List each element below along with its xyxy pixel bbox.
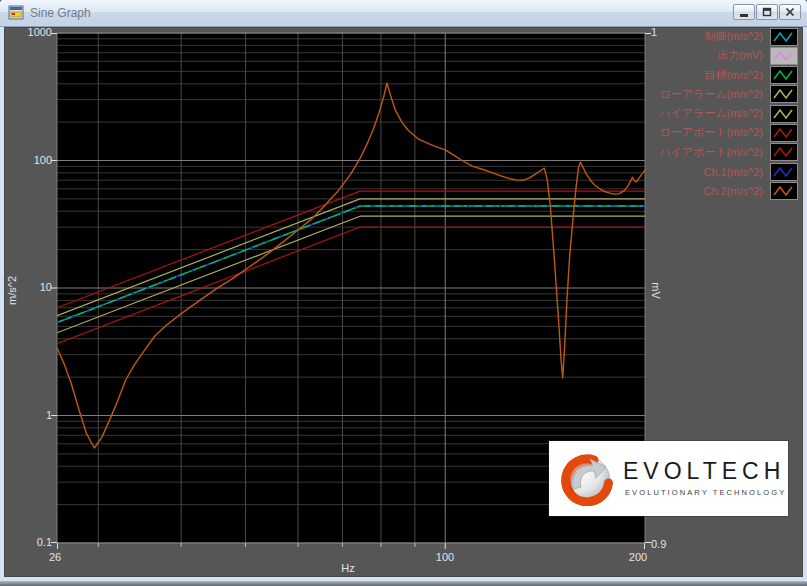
- evoltech-logo-subtitle: EVOLUTIONARY TECHNOLOGY: [625, 488, 786, 497]
- x-axis-label: Hz: [318, 562, 378, 575]
- window-bottom-border: [0, 581, 807, 586]
- plot-legend: 制御(m/s^2) 出力(mV) 目標(m/s^2) ローアラーム(m/s^2)…: [658, 28, 798, 202]
- legend-item-ch1[interactable]: Ch.1(m/s^2): [658, 163, 798, 180]
- window: Sine Graph 1000 100 10 1 0.1 m/s^2 26 10…: [0, 0, 807, 586]
- y-axis-label-left: m/s^2: [6, 261, 19, 321]
- legend-label: 目標(m/s^2): [705, 68, 763, 83]
- legend-label: 制御(m/s^2): [705, 29, 763, 44]
- y-tick-1000: 1000: [12, 26, 52, 39]
- legend-label: 出力(mV): [717, 48, 763, 63]
- x-tick-26: 26: [43, 551, 67, 564]
- y2-tick-09: 0.9: [651, 538, 681, 551]
- legend-item-high-abort[interactable]: ハイアボート(m/s^2): [658, 144, 798, 161]
- y-tick-100: 100: [12, 154, 52, 167]
- x-tick-100: 100: [425, 551, 465, 564]
- y-axis-label-right: mV: [649, 261, 662, 321]
- legend-item-control[interactable]: 制御(m/s^2): [658, 28, 798, 45]
- legend-line-sample: [770, 47, 798, 65]
- evoltech-logo: EVOLTECH EVOLUTIONARY TECHNOLOGY: [549, 441, 788, 516]
- legend-item-low-alarm[interactable]: ローアラーム(m/s^2): [658, 86, 798, 103]
- legend-item-high-alarm[interactable]: ハイアラーム(m/s^2): [658, 105, 798, 122]
- legend-label: ハイアラーム(m/s^2): [659, 106, 763, 121]
- x-tick-200: 200: [618, 551, 658, 564]
- legend-line-sample: [770, 105, 798, 123]
- legend-line-sample: [770, 163, 798, 181]
- legend-item-target[interactable]: 目標(m/s^2): [658, 67, 798, 84]
- y-tick-01: 0.1: [12, 536, 52, 549]
- legend-item-low-abort[interactable]: ローアボート(m/s^2): [658, 124, 798, 141]
- legend-item-output[interactable]: 出力(mV): [658, 47, 798, 64]
- legend-label: ローアラーム(m/s^2): [660, 87, 763, 102]
- legend-label: Ch.1(m/s^2): [703, 166, 763, 178]
- legend-line-sample: [770, 143, 798, 161]
- legend-label: ローアボート(m/s^2): [660, 125, 763, 140]
- legend-label: Ch.2(m/s^2): [703, 185, 763, 197]
- legend-line-sample: [770, 28, 798, 46]
- legend-line-sample: [770, 66, 798, 84]
- legend-label: ハイアボート(m/s^2): [659, 145, 763, 160]
- legend-line-sample: [770, 124, 798, 142]
- evoltech-logo-title: EVOLTECH: [623, 458, 785, 485]
- legend-line-sample: [770, 85, 798, 103]
- evoltech-logo-icon: [561, 454, 613, 506]
- y-tick-1: 1: [12, 409, 52, 422]
- legend-line-sample: [770, 182, 798, 200]
- legend-item-ch2[interactable]: Ch.2(m/s^2): [658, 182, 798, 199]
